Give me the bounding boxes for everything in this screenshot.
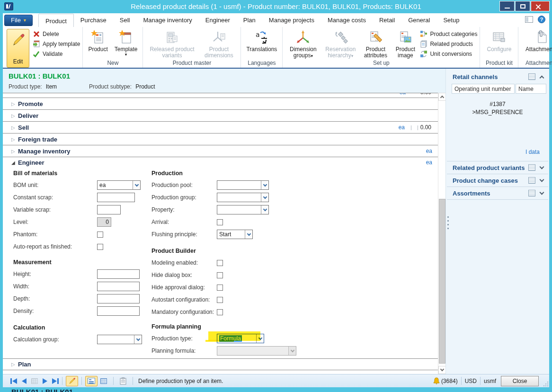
tab-engineer[interactable]: Engineer	[199, 13, 237, 27]
section-manage-costs[interactable]: ▷ Manage costs 0.00	[3, 371, 438, 374]
translations-button[interactable]: a Translations	[243, 28, 280, 53]
width-input[interactable]	[97, 282, 140, 291]
product-attributes-button[interactable]: Product attributes	[360, 28, 391, 59]
product-image-button[interactable]: Product image	[392, 28, 418, 59]
calculation-group-combobox[interactable]	[97, 335, 142, 344]
pane-splitter-handle[interactable]	[447, 216, 449, 229]
window-layout-icon[interactable]	[525, 16, 533, 23]
tab-manage-costs[interactable]: Manage costs	[321, 13, 373, 27]
edit-button[interactable]: Edit	[7, 29, 29, 68]
constant-scrap-input[interactable]	[97, 193, 135, 202]
tab-setup[interactable]: Setup	[436, 13, 466, 27]
close-window-button[interactable]	[531, 1, 550, 11]
flushing-principle-combobox[interactable]: Start	[217, 230, 253, 239]
nav-first-button[interactable]	[10, 378, 17, 384]
scrollbar-thumb[interactable]	[439, 199, 445, 364]
maximize-button[interactable]	[515, 1, 530, 11]
nav-previous-button[interactable]	[22, 378, 27, 384]
hide-approval-checkbox[interactable]	[217, 285, 223, 291]
help-icon[interactable]: ?	[538, 16, 545, 23]
property-combobox[interactable]	[217, 205, 269, 214]
field-autostart-configuration: Autostart configuration:	[151, 294, 308, 306]
field-production-pool: Production pool:	[151, 179, 308, 191]
notification-count[interactable]: (3684)	[441, 378, 458, 384]
production-pool-combobox[interactable]	[217, 180, 269, 190]
nav-grid-icon[interactable]	[31, 378, 38, 384]
file-menu-button[interactable]: File ▾	[4, 15, 33, 26]
factbox-assortments-header[interactable]: Assortments	[446, 187, 549, 199]
attachments-button[interactable]: Attachments	[521, 28, 552, 53]
new-product-button[interactable]: Product	[85, 28, 110, 53]
production-group-combobox[interactable]	[217, 193, 269, 202]
currency-indicator[interactable]: USD	[465, 378, 477, 384]
engineer-unit[interactable]: ea	[426, 159, 432, 166]
sell-unit[interactable]: ea	[399, 124, 405, 131]
section-promote[interactable]: ▷ Promote	[3, 98, 438, 110]
grid-view-button[interactable]	[98, 376, 110, 386]
scroll-down-button[interactable]	[438, 366, 446, 374]
product-categories-button[interactable]: Product categories	[419, 30, 477, 38]
production-type-combobox[interactable]: Formula	[217, 334, 264, 343]
dropdown-icon[interactable]	[133, 181, 140, 189]
validate-button[interactable]: Validate	[32, 50, 80, 58]
unit-conversions-button[interactable]: Unit conversions	[419, 50, 477, 58]
autostart-configuration-checkbox[interactable]	[217, 297, 223, 303]
tab-retail[interactable]: Retail	[373, 13, 401, 27]
section-engineer[interactable]: ◢ Engineer ea	[3, 157, 438, 168]
tab-plan[interactable]: Plan	[237, 13, 262, 27]
section-manage-inventory[interactable]: ▷ Manage inventory ea	[3, 145, 438, 157]
new-template-button[interactable]: Template ▾	[112, 28, 141, 56]
related-products-button[interactable]: Related products	[419, 40, 477, 48]
column-name[interactable]: Name	[516, 84, 546, 94]
manage-inventory-unit[interactable]: ea	[426, 148, 432, 154]
auto-report-checkbox[interactable]	[97, 244, 103, 250]
tab-manage-inventory[interactable]: Manage inventory	[136, 13, 198, 27]
edit-mode-button[interactable]	[66, 376, 78, 386]
factbox-related-product-variants-header[interactable]: Related product variants	[446, 161, 549, 174]
form-view-button[interactable]	[85, 376, 98, 386]
dropdown-icon[interactable]	[261, 205, 268, 214]
factbox-retail-channels-header[interactable]: Retail channels	[446, 71, 549, 83]
section-plan[interactable]: ▷ Plan	[3, 358, 438, 370]
scroll-up-button[interactable]	[438, 93, 446, 101]
resize-grip[interactable]	[543, 381, 548, 386]
notifications-bell-icon[interactable]	[433, 377, 440, 385]
vertical-scrollbar[interactable]	[438, 93, 445, 374]
tab-manage-projects[interactable]: Manage projects	[262, 13, 321, 27]
depth-input[interactable]	[97, 294, 140, 303]
phantom-checkbox[interactable]	[97, 232, 103, 238]
nav-last-button[interactable]	[52, 378, 59, 384]
section-foreign-trade[interactable]: ▷ Foreign trade	[3, 134, 438, 145]
section-sell[interactable]: ▷ Sell ea 0.00	[3, 122, 438, 134]
tab-sell[interactable]: Sell	[113, 13, 137, 27]
nav-next-button[interactable]	[43, 378, 47, 384]
bom-unit-combobox[interactable]: ea	[97, 180, 141, 190]
height-input[interactable]	[97, 269, 140, 279]
tab-purchase[interactable]: Purchase	[74, 13, 113, 27]
section-deliver[interactable]: ▷ Deliver	[3, 110, 438, 122]
minimize-button[interactable]	[499, 1, 515, 11]
mandatory-configuration-checkbox[interactable]	[217, 309, 223, 315]
collapse-icon: ▷	[11, 362, 18, 367]
tab-product[interactable]: Product	[38, 14, 74, 27]
clipboard-button[interactable]	[117, 376, 129, 386]
modeling-enabled-checkbox[interactable]	[217, 260, 223, 266]
close-button[interactable]: Close	[501, 376, 539, 386]
tab-general[interactable]: General	[401, 13, 436, 27]
apply-template-button[interactable]: Apply template	[32, 40, 80, 48]
dropdown-icon[interactable]	[261, 193, 268, 202]
dimension-groups-button[interactable]: Dimension groups▾	[285, 28, 321, 59]
column-operating-unit-number[interactable]: Operating unit number	[452, 84, 515, 94]
delete-button[interactable]: Delete	[32, 30, 80, 38]
dropdown-icon[interactable]	[261, 181, 268, 189]
factbox-product-change-cases-header[interactable]: Product change cases	[446, 174, 549, 187]
dropdown-icon[interactable]	[245, 230, 252, 239]
dropdown-icon[interactable]	[256, 334, 264, 343]
retail-channels-data-link[interactable]: I data	[446, 149, 549, 155]
density-input[interactable]	[97, 306, 140, 316]
dropdown-icon[interactable]	[134, 335, 142, 344]
hide-dialog-checkbox[interactable]	[217, 272, 223, 278]
variable-scrap-input[interactable]	[97, 205, 121, 214]
company-indicator[interactable]: usmf	[484, 378, 496, 384]
arrival-checkbox[interactable]	[217, 219, 223, 225]
